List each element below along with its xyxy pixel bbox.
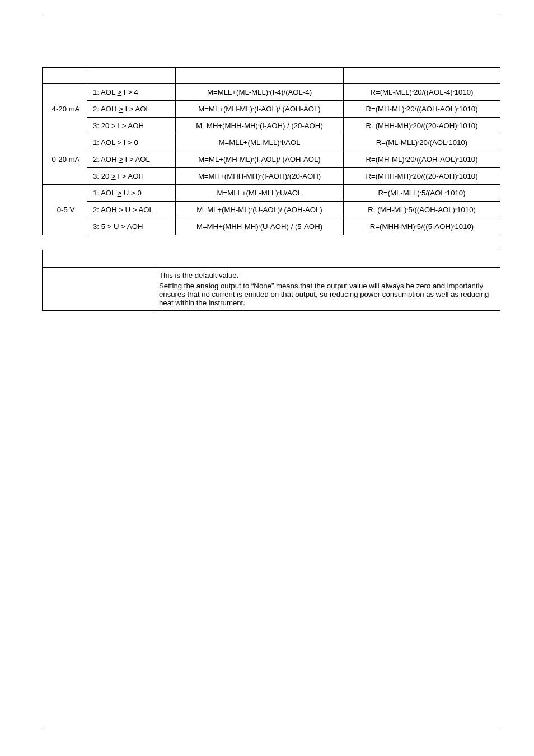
condition-cell: 1: AOL > I > 0 [87,134,176,151]
header-empty-3 [344,68,500,84]
m-formula-cell: M=MLL+(ML-MLL)*U/AOL [176,185,344,202]
bottom-rule [42,730,500,730]
condition-cell: 2: AOH > U > AOL [87,202,176,218]
table-row: 2: AOH > I > AOLM=ML+(MH-ML)*(I-AOL)/ (A… [43,151,500,168]
m-formula-cell: M=MLL+(ML-MLL)*I/AOL [176,134,344,151]
table-header-row [43,68,500,84]
header-empty-0 [43,68,87,84]
condition-cell: 1: AOL > U > 0 [87,185,176,202]
table-row: 2: AOH > I > AOLM=ML+(MH-ML)*(I-AOL)/ (A… [43,101,500,118]
desc-header-empty [43,250,500,268]
m-formula-cell: M=MH+(MHH-MH)*(I-AOH)/(20-AOH) [176,168,344,185]
formula-table: 4-20 mA1: AOL > I > 4M=MLL+(ML-MLL)*(I-4… [42,67,500,235]
r-formula-cell: R=(MHH-MH)*5/((5-AOH)*1010) [344,218,500,235]
range-cell: 4-20 mA [43,84,87,134]
r-formula-cell: R=(ML-MLL)*20/(AOL*1010) [344,134,500,151]
description-table: This is the default value.Setting the an… [42,250,500,311]
desc-text-cell: This is the default value.Setting the an… [154,268,500,311]
r-formula-cell: R=(MH-ML)*20/((AOH-AOL)*1010) [344,101,500,118]
header-empty-1 [87,68,176,84]
m-formula-cell: M=MLL+(ML-MLL)*(I-4)/(AOL-4) [176,84,344,101]
content: 4-20 mA1: AOL > I > 4M=MLL+(ML-MLL)*(I-4… [42,28,500,311]
m-formula-cell: M=ML+(MH-ML)*(U-AOL)/ (AOH-AOL) [176,202,344,218]
table-row: 3: 20 > I > AOHM=MH+(MHH-MH)*(I-AOH) / (… [43,118,500,134]
table-row: 0-5 V1: AOL > U > 0M=MLL+(ML-MLL)*U/AOLR… [43,185,500,202]
r-formula-cell: R=(ML-MLL)*5/(AOL*1010) [344,185,500,202]
r-formula-cell: R=(ML-MLL)*20/((AOL-4)*1010) [344,84,500,101]
range-cell: 0-20 mA [43,134,87,185]
condition-cell: 3: 5 > U > AOH [87,218,176,235]
condition-cell: 2: AOH > I > AOL [87,101,176,118]
top-rule [42,17,500,17]
table-row: 2: AOH > U > AOLM=ML+(MH-ML)*(U-AOL)/ (A… [43,202,500,218]
desc-row: This is the default value.Setting the an… [43,268,500,311]
m-formula-cell: M=MH+(MHH-MH)*(I-AOH) / (20-AOH) [176,118,344,134]
condition-cell: 2: AOH > I > AOL [87,151,176,168]
m-formula-cell: M=ML+(MH-ML)*(I-AOL)/ (AOH-AOL) [176,151,344,168]
table-row: 3: 5 > U > AOHM=MH+(MHH-MH)*(U-AOH) / (5… [43,218,500,235]
header-empty-2 [176,68,344,84]
m-formula-cell: M=MH+(MHH-MH)*(U-AOH) / (5-AOH) [176,218,344,235]
r-formula-cell: R=(MHH-MH)*20/((20-AOH)*1010) [344,118,500,134]
table-row: 0-20 mA1: AOL > I > 0M=MLL+(ML-MLL)*I/AO… [43,134,500,151]
table-row: 3: 20 > I > AOHM=MH+(MHH-MH)*(I-AOH)/(20… [43,168,500,185]
m-formula-cell: M=ML+(MH-ML)*(I-AOL)/ (AOH-AOL) [176,101,344,118]
r-formula-cell: R=(MHH-MH)*20/((20-AOH)*1010) [344,168,500,185]
condition-cell: 3: 20 > I > AOH [87,168,176,185]
condition-cell: 1: AOL > I > 4 [87,84,176,101]
table-row: 4-20 mA1: AOL > I > 4M=MLL+(ML-MLL)*(I-4… [43,84,500,101]
condition-cell: 3: 20 > I > AOH [87,118,176,134]
r-formula-cell: R=(MH-ML)*20/((AOH-AOL)*1010) [344,151,500,168]
range-cell: 0-5 V [43,185,87,235]
desc-header-row [43,250,500,268]
desc-left-empty [43,268,154,311]
r-formula-cell: R=(MH-ML)*5/((AOH-AOL)*1010) [344,202,500,218]
